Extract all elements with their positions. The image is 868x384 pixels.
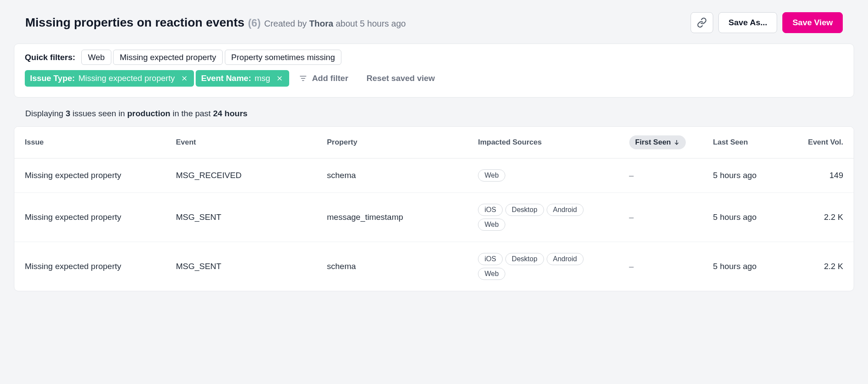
cell-last-seen: 5 hours ago	[703, 158, 787, 193]
source-chip: Desktop	[505, 204, 544, 216]
cell-event: MSG_RECEIVED	[165, 158, 316, 193]
cell-issue: Missing expected property	[14, 242, 165, 291]
col-header-sources[interactable]: Impacted Sources	[467, 127, 618, 158]
created-suffix: about 5 hours ago	[336, 19, 406, 28]
cell-sources: iOSDesktopAndroidWeb	[467, 242, 618, 291]
source-chip: iOS	[478, 253, 503, 265]
cell-event-vol: 149	[787, 158, 854, 193]
quick-filters-label: Quick filters:	[25, 53, 75, 62]
table-row[interactable]: Missing expected propertyMSG_SENTmessage…	[14, 193, 854, 242]
source-chip: Desktop	[505, 253, 544, 265]
summary-window: 24 hours	[213, 109, 247, 118]
first-seen-sort-button[interactable]: First Seen	[629, 135, 686, 149]
source-chip: Android	[547, 204, 584, 216]
col-header-issue[interactable]: Issue	[14, 127, 165, 158]
cell-event: MSG_SENT	[165, 193, 316, 242]
save-as-button[interactable]: Save As...	[718, 12, 777, 33]
quick-filter-chip[interactable]: Web	[81, 50, 111, 65]
results-summary: Displaying 3 issues seen in production i…	[14, 109, 854, 118]
summary-prefix: Displaying	[25, 109, 66, 118]
source-chip: iOS	[478, 204, 503, 216]
remove-filter-button[interactable]	[180, 74, 189, 83]
cell-issue: Missing expected property	[14, 193, 165, 242]
active-filters-row: Issue Type: Missing expected property Ev…	[25, 70, 843, 87]
summary-mid1: issues seen in	[70, 109, 127, 118]
cell-sources: iOSDesktopAndroidWeb	[467, 193, 618, 242]
quick-filter-chip[interactable]: Property sometimes missing	[225, 50, 342, 65]
issue-count: (6)	[248, 17, 260, 29]
page-title: Missing properties on reaction events	[25, 16, 244, 30]
remove-filter-button[interactable]	[275, 74, 284, 83]
cell-property: message_timestamp	[317, 193, 467, 242]
summary-mid2: in the past	[170, 109, 213, 118]
page-header: Missing properties on reaction events (6…	[14, 12, 854, 33]
add-filter-label: Add filter	[312, 74, 348, 83]
quick-filters-row: Quick filters: Web Missing expected prop…	[25, 53, 843, 62]
summary-count: 3	[66, 109, 70, 118]
cell-event: MSG_SENT	[165, 242, 316, 291]
cell-first-seen: –	[619, 158, 703, 193]
close-icon	[181, 75, 187, 81]
title-block: Missing properties on reaction events (6…	[25, 16, 406, 30]
col-header-event[interactable]: Event	[165, 127, 316, 158]
cell-last-seen: 5 hours ago	[703, 242, 787, 291]
cell-sources: Web	[467, 158, 618, 193]
active-filter-value: msg	[254, 74, 270, 83]
issues-table: Issue Event Property Impacted Sources Fi…	[14, 127, 854, 291]
table-row[interactable]: Missing expected propertyMSG_SENTschemai…	[14, 242, 854, 291]
first-seen-label: First Seen	[635, 138, 671, 147]
summary-env: production	[127, 109, 170, 118]
created-prefix: Created by	[264, 19, 307, 28]
col-header-first-seen[interactable]: First Seen	[619, 127, 703, 158]
cell-property: schema	[317, 158, 467, 193]
filter-icon	[299, 74, 307, 83]
col-header-property[interactable]: Property	[317, 127, 467, 158]
add-filter-button[interactable]: Add filter	[295, 71, 351, 86]
arrow-down-icon	[674, 139, 680, 145]
source-chip: Web	[478, 219, 505, 231]
copy-link-button[interactable]	[691, 12, 713, 33]
col-header-event-vol[interactable]: Event Vol.	[787, 127, 854, 158]
source-chip: Android	[547, 253, 584, 265]
author-name: Thora	[309, 19, 334, 28]
active-filter-key: Issue Type:	[30, 74, 75, 83]
link-icon	[697, 17, 707, 28]
col-header-last-seen[interactable]: Last Seen	[703, 127, 787, 158]
active-filter-value: Missing expected property	[78, 74, 175, 83]
filters-card: Quick filters: Web Missing expected prop…	[14, 44, 854, 98]
cell-issue: Missing expected property	[14, 158, 165, 193]
active-filter-key: Event Name:	[201, 74, 251, 83]
cell-first-seen: –	[619, 193, 703, 242]
table-row[interactable]: Missing expected propertyMSG_RECEIVEDsch…	[14, 158, 854, 193]
created-meta: Created by Thora about 5 hours ago	[264, 19, 406, 29]
cell-event-vol: 2.2 K	[787, 193, 854, 242]
save-view-button[interactable]: Save View	[782, 12, 843, 33]
issues-table-card: Issue Event Property Impacted Sources Fi…	[14, 126, 854, 291]
close-icon	[277, 75, 283, 81]
active-filter-chip: Issue Type: Missing expected property	[25, 70, 194, 87]
cell-last-seen: 5 hours ago	[703, 193, 787, 242]
reset-view-button[interactable]: Reset saved view	[367, 74, 435, 83]
active-filter-chip: Event Name: msg	[196, 70, 289, 87]
cell-first-seen: –	[619, 242, 703, 291]
cell-event-vol: 2.2 K	[787, 242, 854, 291]
header-actions: Save As... Save View	[691, 12, 843, 33]
source-chip: Web	[478, 169, 505, 182]
cell-property: schema	[317, 242, 467, 291]
quick-filter-chip[interactable]: Missing expected property	[113, 50, 223, 65]
source-chip: Web	[478, 268, 505, 280]
